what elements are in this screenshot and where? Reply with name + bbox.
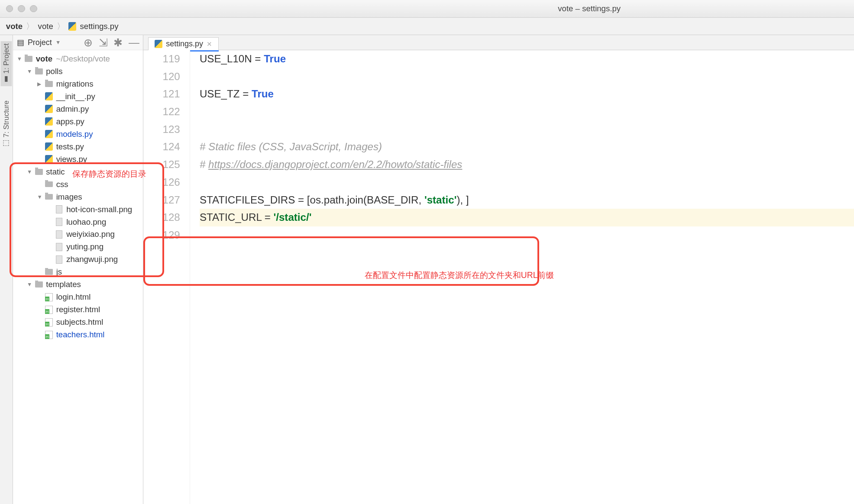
sidebar-tab-project[interactable]: ▮1: Project: [1, 41, 12, 86]
tree-item-label: images: [56, 192, 82, 202]
folder-icon: [34, 280, 44, 289]
tree-item-label: js: [56, 267, 62, 277]
code-line[interactable]: [200, 174, 854, 191]
tree-item-label: polls: [46, 67, 62, 76]
python-file-icon: [155, 40, 162, 48]
tree-item[interactable]: yuting.png: [13, 241, 143, 253]
window-titlebar: vote – settings.py: [0, 0, 854, 18]
tree-item[interactable]: css: [13, 178, 143, 191]
file-icon: [55, 204, 64, 214]
code-line[interactable]: STATICFILES_DIRS = [os.path.join(BASE_DI…: [200, 191, 854, 209]
folder-icon: [34, 167, 44, 177]
code-line[interactable]: USE_L10N = True: [200, 50, 854, 68]
python-file-icon: [44, 142, 54, 152]
html-file-icon: [44, 292, 54, 302]
project-panel: ▤Project▼ ⊕ ⇲ ✱ — ▼vote~/Desktop/vote▼po…: [13, 35, 143, 504]
folder-icon: [34, 67, 44, 76]
expand-all-icon[interactable]: ⇲: [99, 36, 108, 49]
tree-item[interactable]: ▼vote~/Desktop/vote: [13, 52, 143, 65]
tree-item-label: apps.py: [56, 117, 84, 126]
tree-item[interactable]: __init__.py: [13, 90, 143, 103]
tree-item[interactable]: zhangwuji.png: [13, 253, 143, 266]
close-icon[interactable]: ✕: [207, 40, 212, 48]
tree-item-label: tests.py: [56, 142, 84, 152]
code-line[interactable]: ⊖# https://docs.djangoproject.com/en/2.2…: [200, 156, 854, 174]
python-file-icon: [44, 104, 54, 114]
tree-item[interactable]: luohao.png: [13, 216, 143, 228]
tree-item-label: login.html: [56, 292, 91, 302]
project-tree[interactable]: ▼vote~/Desktop/vote▼polls▶migrations__in…: [13, 50, 143, 504]
window-title: vote – settings.py: [0, 4, 854, 13]
breadcrumb-item[interactable]: settings.py: [80, 22, 119, 31]
tree-item-label: models.py: [56, 129, 93, 139]
tree-item-label: views.py: [56, 155, 87, 164]
folder-icon: [44, 180, 54, 189]
tree-item[interactable]: ▶migrations: [13, 78, 143, 90]
code-line[interactable]: [200, 103, 854, 121]
left-tool-tabs: ▮1: Project ⬚7: Structure ★2: Favorites: [0, 35, 13, 504]
html-file-icon: [44, 317, 54, 327]
breadcrumb-item[interactable]: vote: [6, 22, 23, 31]
tree-item[interactable]: tests.py: [13, 140, 143, 153]
python-file-icon: [68, 22, 76, 30]
tab-settings[interactable]: settings.py ✕: [148, 37, 219, 50]
minimize-window[interactable]: [18, 5, 25, 13]
python-file-icon: [44, 117, 54, 126]
html-file-icon: [44, 305, 54, 314]
tree-item[interactable]: admin.py: [13, 103, 143, 115]
python-file-icon: [44, 92, 54, 101]
breadcrumb-item[interactable]: vote: [38, 22, 53, 31]
tree-item-label: static: [46, 167, 65, 177]
tree-item-label: vote: [36, 54, 52, 64]
select-opened-icon[interactable]: ⊕: [84, 36, 93, 49]
tree-item-label: weiyixiao.png: [66, 229, 115, 239]
tree-item-label: teachers.html: [56, 330, 105, 339]
tree-item[interactable]: ▼polls: [13, 65, 143, 78]
zoom-window[interactable]: [30, 5, 37, 13]
tree-item[interactable]: models.py: [13, 128, 143, 140]
tree-item-label: __init__.py: [56, 92, 95, 101]
folder-icon: [44, 267, 54, 277]
tree-item[interactable]: teachers.html: [13, 329, 143, 341]
hide-icon[interactable]: —: [129, 36, 139, 49]
tree-item[interactable]: js: [13, 266, 143, 278]
tree-item[interactable]: views.py: [13, 153, 143, 165]
breadcrumb[interactable]: vote 〉 vote 〉 settings.py: [6, 21, 119, 32]
tree-item-label: migrations: [56, 79, 94, 89]
editor-area: settings.py ✕ 11912012112212312412512612…: [143, 35, 854, 504]
code-line[interactable]: STATIC_URL = '/static/': [200, 209, 854, 226]
tree-item[interactable]: register.html: [13, 304, 143, 316]
tree-item[interactable]: apps.py: [13, 115, 143, 128]
tree-item[interactable]: ▼images: [13, 191, 143, 203]
tree-item-label: css: [56, 180, 68, 189]
sidebar-tab-structure[interactable]: ⬚7: Structure: [1, 98, 12, 150]
close-window[interactable]: [6, 5, 13, 13]
code-line[interactable]: [200, 121, 854, 139]
code-line[interactable]: USE_TZ = True: [200, 85, 854, 103]
tree-item-label: luohao.png: [66, 217, 106, 227]
tree-item-label: subjects.html: [56, 317, 104, 327]
folder-icon: [44, 192, 54, 202]
tree-item[interactable]: login.html: [13, 291, 143, 304]
code-line[interactable]: [200, 68, 854, 86]
python-file-icon: [44, 129, 54, 139]
tree-item-label: admin.py: [56, 104, 89, 114]
file-icon: [55, 217, 64, 226]
folder-icon: [44, 79, 54, 89]
tree-item-label: register.html: [56, 305, 100, 314]
annotation-text-code: 在配置文件中配置静态资源所在的文件夹和URL前缀: [365, 269, 554, 281]
tree-item[interactable]: subjects.html: [13, 316, 143, 329]
tree-item[interactable]: ▼templates: [13, 278, 143, 291]
file-icon: [55, 242, 64, 252]
code-line[interactable]: [200, 226, 854, 244]
python-file-icon: [44, 155, 54, 164]
panel-title[interactable]: ▤Project▼: [17, 38, 61, 47]
settings-icon[interactable]: ✱: [113, 36, 123, 49]
tree-item-label: hot-icon-small.png: [66, 205, 132, 214]
tree-item[interactable]: hot-icon-small.png: [13, 203, 143, 216]
tree-item-label: zhangwuji.png: [66, 255, 118, 264]
html-file-icon: [44, 330, 54, 339]
editor-tabs: settings.py ✕: [143, 35, 854, 50]
code-line[interactable]: ⊖# Static files (CSS, JavaScript, Images…: [200, 138, 854, 156]
tree-item[interactable]: weiyixiao.png: [13, 228, 143, 241]
